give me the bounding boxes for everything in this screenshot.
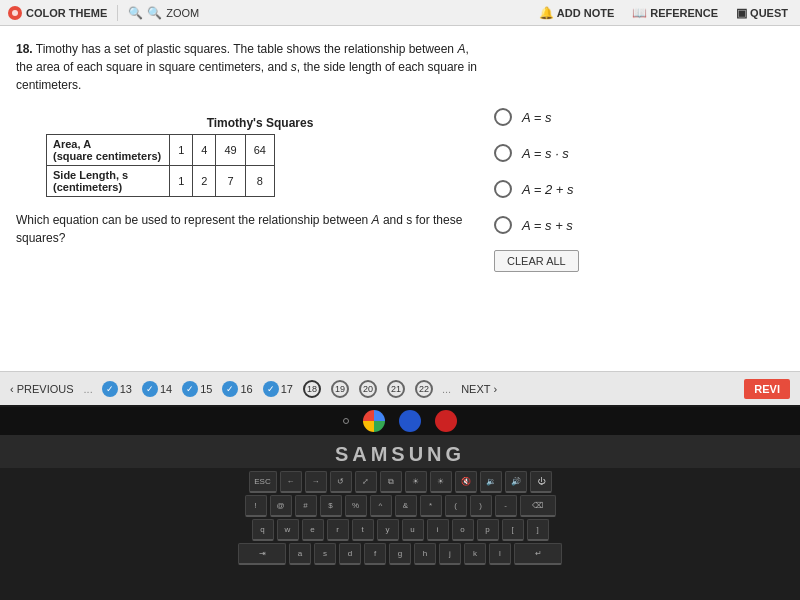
- key-6[interactable]: ^: [370, 495, 392, 517]
- key-fwd[interactable]: →: [305, 471, 327, 493]
- add-note-button[interactable]: 🔔 ADD NOTE: [535, 4, 618, 22]
- key-l[interactable]: l: [489, 543, 511, 565]
- nav-num-16: 16: [240, 383, 252, 395]
- quest-icon: ▣: [736, 6, 747, 20]
- key-enter[interactable]: ↵: [514, 543, 562, 565]
- key-j[interactable]: j: [439, 543, 461, 565]
- table-cell: 49: [216, 135, 245, 166]
- nav-item-16[interactable]: ✓ 16: [219, 379, 255, 399]
- answer-option-d[interactable]: A = s + s: [494, 216, 784, 234]
- brand-icon: [8, 6, 22, 20]
- nav-dots-left: ...: [84, 383, 93, 395]
- nav-check-14: ✓: [142, 381, 158, 397]
- key-g[interactable]: g: [389, 543, 411, 565]
- key-multiwindow[interactable]: ⧉: [380, 471, 402, 493]
- zoom-out-icon[interactable]: 🔍: [128, 6, 143, 20]
- key-minus[interactable]: -: [495, 495, 517, 517]
- key-bright-down[interactable]: ☀: [405, 471, 427, 493]
- svg-point-0: [12, 10, 18, 16]
- keyboard-row-2: ! @ # $ % ^ & * ( ) - ⌫: [15, 495, 785, 517]
- toolbar-divider: [117, 5, 118, 21]
- table-cell: 7: [216, 166, 245, 197]
- key-u[interactable]: u: [402, 519, 424, 541]
- key-d[interactable]: d: [339, 543, 361, 565]
- key-esc[interactable]: ESC: [249, 471, 277, 493]
- key-a[interactable]: a: [289, 543, 311, 565]
- chrome-icon[interactable]: [363, 410, 385, 432]
- app-icon-1[interactable]: [399, 410, 421, 432]
- key-power[interactable]: ⏻: [530, 471, 552, 493]
- zoom-in-icon[interactable]: 🔍: [147, 6, 162, 20]
- key-fullscreen[interactable]: ⤢: [355, 471, 377, 493]
- answer-option-a[interactable]: A = s: [494, 108, 784, 126]
- app-icon-2[interactable]: [435, 410, 457, 432]
- answer-option-b[interactable]: A = s · s: [494, 144, 784, 162]
- nav-circle-20: 20: [359, 380, 377, 398]
- radio-a[interactable]: [494, 108, 512, 126]
- key-f[interactable]: f: [364, 543, 386, 565]
- nav-item-15[interactable]: ✓ 15: [179, 379, 215, 399]
- next-label: NEXT: [461, 383, 490, 395]
- table-cell: 4: [193, 135, 216, 166]
- key-8[interactable]: *: [420, 495, 442, 517]
- data-table: Area, A(square centimeters) 1 4 49 64 Si…: [46, 134, 275, 197]
- key-mute[interactable]: 🔇: [455, 471, 477, 493]
- key-w[interactable]: w: [277, 519, 299, 541]
- key-o[interactable]: o: [452, 519, 474, 541]
- nav-item-18[interactable]: 18: [300, 378, 324, 400]
- key-p[interactable]: p: [477, 519, 499, 541]
- key-back[interactable]: ←: [280, 471, 302, 493]
- nav-item-20[interactable]: 20: [356, 378, 380, 400]
- key-1[interactable]: !: [245, 495, 267, 517]
- key-4[interactable]: $: [320, 495, 342, 517]
- question-body: Timothy has a set of plastic squares. Th…: [16, 42, 477, 92]
- next-button[interactable]: NEXT ›: [461, 383, 497, 395]
- key-2[interactable]: @: [270, 495, 292, 517]
- radio-b[interactable]: [494, 144, 512, 162]
- key-0[interactable]: ): [470, 495, 492, 517]
- key-vol-down[interactable]: 🔉: [480, 471, 502, 493]
- toolbar-right: 🔔 ADD NOTE 📖 REFERENCE ▣ QUEST: [535, 4, 792, 22]
- nav-item-17[interactable]: ✓ 17: [260, 379, 296, 399]
- nav-circle-19: 19: [331, 380, 349, 398]
- key-r[interactable]: r: [327, 519, 349, 541]
- nav-circle-21: 21: [387, 380, 405, 398]
- review-button[interactable]: REVI: [744, 379, 790, 399]
- key-5[interactable]: %: [345, 495, 367, 517]
- key-7[interactable]: &: [395, 495, 417, 517]
- clear-all-button[interactable]: CLEAR ALL: [494, 250, 579, 272]
- radio-d[interactable]: [494, 216, 512, 234]
- key-k[interactable]: k: [464, 543, 486, 565]
- nav-item-13[interactable]: ✓ 13: [99, 379, 135, 399]
- key-e[interactable]: e: [302, 519, 324, 541]
- key-backspace[interactable]: ⌫: [520, 495, 556, 517]
- toolbar-left: COLOR THEME 🔍 🔍 ZOOM: [8, 5, 535, 21]
- table-header-side: Side Length, s(centimeters): [47, 166, 170, 197]
- reference-button[interactable]: 📖 REFERENCE: [628, 4, 722, 22]
- key-bracket-r[interactable]: ]: [527, 519, 549, 541]
- key-bright-up[interactable]: ☀: [430, 471, 452, 493]
- radio-c[interactable]: [494, 180, 512, 198]
- prev-button[interactable]: ‹ PREVIOUS: [10, 383, 74, 395]
- key-3[interactable]: #: [295, 495, 317, 517]
- key-t[interactable]: t: [352, 519, 374, 541]
- key-vol-up[interactable]: 🔊: [505, 471, 527, 493]
- key-9[interactable]: (: [445, 495, 467, 517]
- key-i[interactable]: i: [427, 519, 449, 541]
- key-s[interactable]: s: [314, 543, 336, 565]
- key-h[interactable]: h: [414, 543, 436, 565]
- key-y[interactable]: y: [377, 519, 399, 541]
- key-bracket-l[interactable]: [: [502, 519, 524, 541]
- answer-option-c[interactable]: A = 2 + s: [494, 180, 784, 198]
- key-refresh[interactable]: ↺: [330, 471, 352, 493]
- nav-item-14[interactable]: ✓ 14: [139, 379, 175, 399]
- color-theme-btn[interactable]: COLOR THEME: [8, 6, 107, 20]
- nav-item-21[interactable]: 21: [384, 378, 408, 400]
- nav-item-22[interactable]: 22: [412, 378, 436, 400]
- samsung-logo: SAMSUNG: [335, 443, 465, 466]
- key-tab[interactable]: ⇥: [238, 543, 286, 565]
- nav-item-19[interactable]: 19: [328, 378, 352, 400]
- key-q[interactable]: q: [252, 519, 274, 541]
- table-cell: 1: [170, 166, 193, 197]
- quest-button[interactable]: ▣ QUEST: [732, 4, 792, 22]
